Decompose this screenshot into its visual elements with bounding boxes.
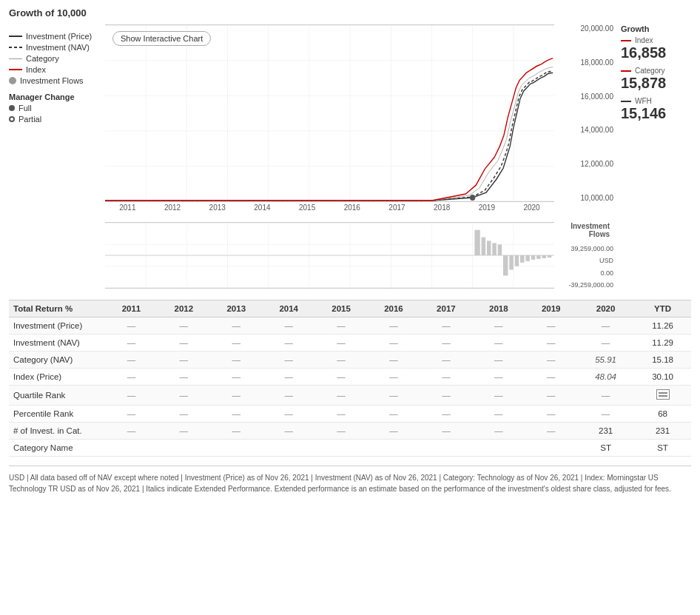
col-header-2012: 2012 [158, 300, 210, 317]
col-header-2011: 2011 [105, 300, 158, 317]
cell: — [420, 317, 472, 335]
cell: — [525, 335, 577, 352]
svg-rect-41 [525, 255, 530, 261]
y-label-4: 14,000.00 [558, 126, 613, 134]
cell: 231 [577, 423, 634, 440]
row-label: Category (NAV) [9, 352, 105, 369]
cell: — [315, 317, 368, 335]
main-container: Growth of 10,000 Investment (Price) Inve… [0, 0, 700, 502]
svg-rect-38 [509, 255, 514, 270]
table-header-row: Total Return % 2011 2012 2013 2014 2015 … [9, 300, 691, 317]
gv-index: Index 16,858 [621, 36, 691, 61]
legend-investment-price: Investment (Price) [9, 32, 105, 41]
col-header-2020: 2020 [577, 300, 634, 317]
cell: — [525, 423, 577, 440]
flows-y-label-1: 39,259,000.00 [558, 245, 613, 252]
cell: — [472, 386, 525, 406]
x-axis-labels: 2011 2012 2013 2014 2015 2016 2017 2018 … [105, 202, 554, 213]
flows-y-label-usd: USD [558, 257, 613, 264]
flows-chart-title: Investment Flows [558, 222, 613, 238]
cell: — [210, 406, 263, 423]
legend-line-dashed [9, 47, 22, 48]
row-label: Quartile Rank [9, 386, 105, 406]
table-row: Category (NAV)—————————55.9115.18 [9, 352, 691, 369]
chart-section: Investment (Price) Investment (NAV) Cate… [9, 24, 691, 213]
row-label: # of Invest. in Cat. [9, 423, 105, 440]
cell: — [210, 317, 263, 335]
dot-full [9, 105, 15, 111]
cell: — [472, 352, 525, 369]
growth-header: Growth [621, 24, 691, 33]
cell: — [525, 369, 577, 386]
chart-y-axis: 20,000.00 18,000.00 16,000.00 14,000.00 … [554, 24, 617, 202]
cell: — [105, 406, 158, 423]
cell: — [263, 406, 315, 423]
cell [368, 440, 420, 457]
cell: — [158, 386, 210, 406]
cell [158, 440, 210, 457]
x-axis-inner: 2011 2012 2013 2014 2015 2016 2017 2018 … [105, 202, 691, 213]
cell: — [472, 423, 525, 440]
gv-category-line [621, 70, 631, 72]
row-label: Investment (Price) [9, 317, 105, 335]
legend-circle-gray [9, 77, 16, 84]
cell: — [263, 352, 315, 369]
flows-section: Investment Flows 39,259,000.00 USD 0.00 … [9, 222, 691, 289]
svg-rect-34 [487, 241, 491, 255]
gv-index-line [621, 40, 631, 41]
cell: — [105, 386, 158, 406]
cell: — [577, 335, 634, 352]
cell: — [315, 369, 368, 386]
cell: — [525, 406, 577, 423]
cell: — [158, 369, 210, 386]
growth-values-panel: Growth Index 16,858 Category 15 [617, 24, 691, 202]
svg-rect-36 [498, 244, 502, 255]
interactive-chart-button[interactable]: Show Interactive Chart [112, 31, 211, 46]
cell: 11.26 [634, 317, 691, 335]
cell: — [315, 335, 368, 352]
cell: — [368, 369, 420, 386]
x-label-2017: 2017 [388, 204, 405, 212]
legend-line-red [9, 69, 22, 70]
legend-line-solid [9, 36, 22, 37]
legend-panel: Investment (Price) Investment (NAV) Cate… [9, 24, 105, 213]
cell: 68 [634, 406, 691, 423]
cell: — [525, 352, 577, 369]
dot-partial [9, 116, 15, 122]
gv-index-label: Index [621, 36, 691, 44]
cell: — [210, 352, 263, 369]
cell: ST [634, 440, 691, 457]
col-header-2016: 2016 [368, 300, 420, 317]
legend-category: Category [9, 54, 105, 63]
gv-category-label: Category [621, 67, 691, 75]
cell: 30.10 [634, 369, 691, 386]
table-row: Investment (NAV)——————————11.29 [9, 335, 691, 352]
y-label-1: 20,000.00 [558, 24, 613, 33]
svg-rect-37 [503, 255, 508, 275]
cell: — [472, 317, 525, 335]
x-label-2018: 2018 [434, 204, 450, 212]
col-header-2017: 2017 [420, 300, 472, 317]
y-label-5: 12,000.00 [558, 160, 613, 168]
cell: — [577, 317, 634, 335]
table-row: # of Invest. in Cat.—————————231231 [9, 423, 691, 440]
cell: — [472, 369, 525, 386]
legend-index: Index [9, 65, 105, 74]
cell [420, 440, 472, 457]
table-row: Percentile Rank——————————68 [9, 406, 691, 423]
cell [634, 386, 691, 406]
cell: — [158, 423, 210, 440]
col-header-2014: 2014 [263, 300, 315, 317]
cell: — [525, 317, 577, 335]
cell: — [158, 352, 210, 369]
growth-chart-svg [105, 25, 554, 201]
table-row: Investment (Price)——————————11.26 [9, 317, 691, 335]
cell: — [158, 406, 210, 423]
cell: — [315, 423, 368, 440]
cell: — [210, 335, 263, 352]
cell: 48.04 [577, 369, 634, 386]
table-row: Index (Price)—————————48.0430.10 [9, 369, 691, 386]
cell: — [368, 386, 420, 406]
quartile-rank-icon [656, 389, 670, 400]
cell: ST [577, 440, 634, 457]
